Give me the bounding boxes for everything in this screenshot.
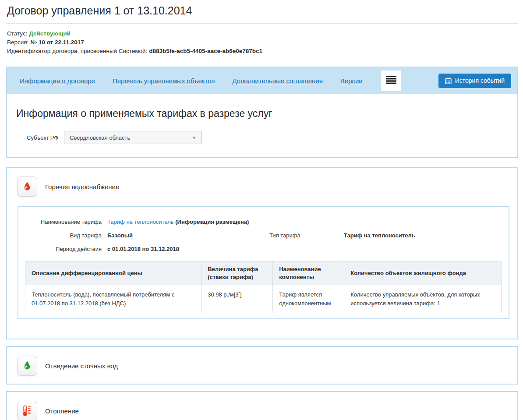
tab-contract-info[interactable]: Информация о договоре [20, 77, 95, 85]
hot-water-title: Горячее водоснабжение [45, 183, 119, 191]
tariffs-section: Информация о применяемых тарифах в разре… [7, 94, 517, 157]
tariff-name-row: Наименование тарифа Тариф на теплоносите… [18, 219, 509, 225]
tariff-table-row: Теплоноситель (вода), поставляемый потре… [25, 285, 502, 313]
tab-managed-objects[interactable]: Перечень управляемых объектов [113, 77, 215, 85]
region-select-value: Свердловская область [70, 134, 130, 141]
cell-objects-count: Количество управляемых объектов, для кот… [344, 285, 502, 313]
hot-water-drop-icon [21, 181, 33, 192]
tariffs-heading: Информация о применяемых тарифах в разре… [16, 108, 508, 120]
history-button-label: История событий [455, 77, 505, 84]
heating-toggle[interactable] [17, 401, 37, 420]
tariff-period-value: с 01.01.2018 по 31.12.2018 [107, 246, 179, 252]
objects-count-text: Количество управляемых объектов, для кот… [350, 291, 480, 307]
tariff-name-note: (Информация размещена) [175, 219, 249, 225]
tariff-type-label: Тип тарифа [269, 232, 344, 239]
contract-id-value: d883b5fe-acb5-4405-aace-ab6e0e787bc1 [149, 48, 262, 54]
hot-water-header: Горячее водоснабжение [7, 168, 517, 205]
sewage-header: Отведение сточных вод [7, 347, 517, 384]
tab-additional-agreements[interactable]: Дополнительные соглашения [232, 77, 322, 85]
contract-id-line: Идентификатор договора, присвоенный Сист… [7, 47, 518, 56]
tariff-value-text: 30.98 р./м[3 [208, 291, 238, 298]
heating-header: Отопление [7, 392, 517, 420]
status-line: Статус: Действующий [7, 29, 518, 38]
tariff-type-value: Тариф на теплоноситель [344, 232, 415, 239]
tariff-period-row: Период действия с 01.01.2018 по 31.12.20… [18, 246, 509, 252]
history-button[interactable]: История событий [438, 74, 511, 88]
tariff-kind-value: Базовый [107, 232, 269, 239]
list-menu-icon [386, 76, 396, 85]
hot-water-tariff-card: Наименование тарифа Тариф на теплоносите… [18, 206, 509, 319]
sewage-drop-icon [21, 360, 33, 371]
cell-price-description: Теплоноситель (вода), поставляемый потре… [25, 285, 201, 313]
hot-water-panel: Горячее водоснабжение Наименование тариф… [6, 167, 518, 339]
divider [6, 61, 518, 61]
heating-panel: Отопление [6, 391, 518, 420]
version-line: Версия: № 10 от 22.11.2017 [7, 38, 518, 47]
tariff-value-close: ] [240, 291, 242, 298]
version-label: Версия: [7, 39, 28, 46]
version-value: № 10 от 22.11.2017 [30, 39, 84, 46]
hot-water-toggle[interactable] [17, 176, 37, 197]
cell-component: Тариф является однокомпонентным [273, 285, 344, 313]
sewage-title: Отведение сточных вод [45, 362, 118, 370]
sewage-panel: Отведение сточных вод [6, 346, 518, 385]
tariff-name-link[interactable]: Тариф на теплоноситель [107, 219, 174, 225]
contract-page: Договор управления 1 от 13.10.2014 Стату… [0, 0, 523, 420]
status-label: Статус: [7, 30, 27, 37]
heating-title: Отопление [45, 407, 79, 415]
header-objects-count: Количество объектов жилищного фонда [344, 261, 502, 285]
tab-versions[interactable]: Версии [340, 77, 363, 85]
region-label: Субъект РФ [27, 134, 58, 141]
cell-tariff-value: 30.98 р./м[3*] [201, 285, 273, 313]
tab-services-active[interactable] [381, 71, 401, 91]
tariff-table-header-row: Описание дифференцированной цены Величин… [25, 261, 502, 285]
contract-meta: Статус: Действующий Версия: № 10 от 22.1… [6, 24, 518, 61]
objects-count-link[interactable]: 1 [437, 300, 440, 307]
tariff-table: Описание дифференцированной цены Величин… [25, 261, 502, 313]
tariff-name-value: Тариф на теплоноситель (Информация разме… [107, 219, 249, 225]
page-title: Договор управления 1 от 13.10.2014 [6, 4, 518, 23]
calendar-icon [445, 78, 452, 84]
tariff-kind-label: Вид тарифа [18, 232, 102, 239]
tariff-name-label: Наименование тарифа [18, 219, 102, 225]
chevron-down-icon: ▼ [192, 135, 196, 140]
contract-panel: Информация о договоре Перечень управляем… [6, 67, 518, 158]
contract-id-label: Идентификатор договора, присвоенный Сист… [7, 48, 147, 54]
tariff-kind-row: Вид тарифа Базовый Тип тарифа Тариф на т… [18, 232, 509, 239]
header-component-name: Наименование компоненты [273, 261, 344, 285]
region-row: Субъект РФ Свердловская область ▼ [16, 131, 508, 144]
thermometer-icon [22, 405, 32, 416]
tariff-period-label: Период действия [18, 246, 102, 252]
region-select[interactable]: Свердловская область ▼ [64, 131, 202, 144]
status-badge: Действующий [29, 30, 71, 37]
tab-bar: Информация о договоре Перечень управляем… [7, 67, 517, 94]
header-tariff-value: Величина тарифа (ставки тарифа) [201, 261, 273, 285]
header-price-description: Описание дифференцированной цены [25, 261, 201, 285]
sewage-toggle[interactable] [17, 356, 37, 376]
